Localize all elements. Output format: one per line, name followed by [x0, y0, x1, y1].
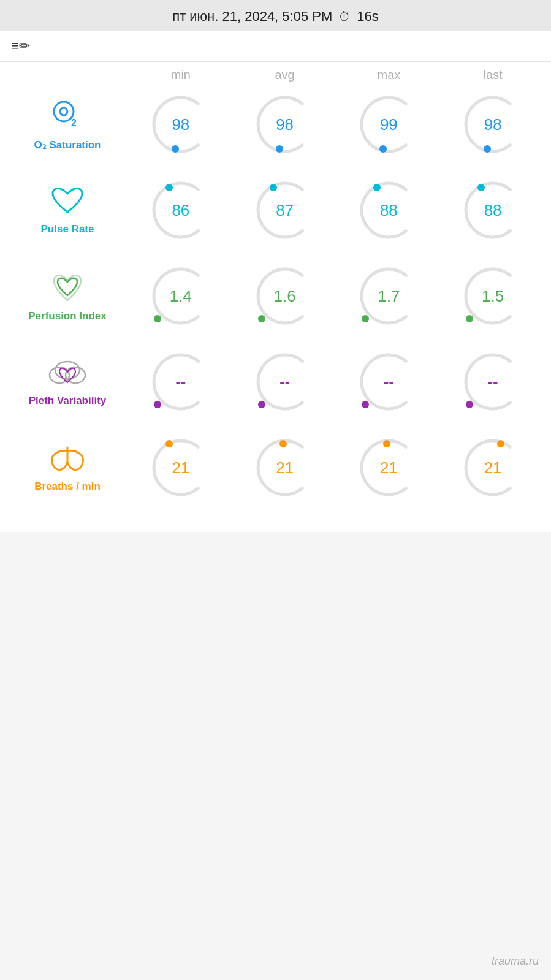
metric-label-pulse-rate: Pulse Rate [6, 185, 129, 235]
gauge-value-pleth-variability-2: -- [384, 373, 394, 392]
gauge-value-o2-saturation-2: 99 [380, 115, 398, 134]
metric-label-o2-saturation: 2 O₂ Saturation [6, 98, 129, 151]
gauge-circle-breaths-per-min-3: 21 [459, 434, 526, 501]
perfusion-index-label: Perfusion Index [28, 310, 107, 322]
gauge-circle-pleth-variability-1: -- [251, 348, 319, 416]
pulse-rate-icon [50, 185, 85, 219]
main-content: min avg max last 2 O₂ Saturation 98 [0, 62, 551, 532]
metric-label-breaths-per-min: Breaths / min [6, 443, 129, 493]
lungs-icon [47, 443, 88, 474]
gauge-dot-pleth-variability-0 [154, 401, 161, 408]
gauge-value-breaths-per-min-3: 21 [484, 458, 502, 477]
perfusion-index-icon [49, 270, 86, 306]
gauge-perfusion-index-min: 1.4 [129, 262, 233, 330]
gauge-pleth-variability-last: -- [441, 348, 545, 416]
column-headers: min avg max last [6, 68, 545, 85]
gauge-circle-pleth-variability-0: -- [147, 348, 215, 416]
gauge-circle-o2-saturation-0: 98 [147, 91, 215, 158]
metrics-container: 2 O₂ Saturation 98 98 [6, 85, 545, 507]
gauge-value-perfusion-index-0: 1.4 [170, 287, 192, 306]
metric-row-breaths-per-min: Breaths / min 21 21 [6, 428, 545, 507]
gauge-value-o2-saturation-0: 98 [172, 115, 189, 134]
gauge-value-pulse-rate-1: 87 [276, 201, 294, 220]
svg-text:2: 2 [71, 118, 77, 128]
gauge-o2-saturation-avg: 98 [233, 91, 337, 158]
gauge-dot-pleth-variability-1 [258, 401, 265, 408]
gauge-circle-pulse-rate-0: 86 [147, 177, 215, 244]
gauge-dot-breaths-per-min-1 [279, 440, 287, 447]
edit-icon[interactable]: ≡✏ [11, 38, 30, 53]
pleth-variability-label: Pleth Variability [29, 395, 107, 407]
col-header-avg: avg [233, 68, 337, 82]
gauge-value-breaths-per-min-0: 21 [172, 458, 189, 477]
gauge-value-pleth-variability-3: -- [487, 373, 498, 392]
gauge-circle-pulse-rate-3: 88 [459, 177, 526, 244]
pleth-variability-icon [46, 357, 89, 391]
col-header-max: max [337, 68, 441, 82]
gauge-pulse-rate-last: 88 [441, 177, 545, 244]
gauge-value-pulse-rate-3: 88 [484, 201, 502, 220]
gauge-circle-pleth-variability-3: -- [459, 348, 526, 416]
gauge-dot-perfusion-index-1 [258, 315, 265, 322]
gauge-circle-perfusion-index-2: 1.7 [355, 262, 422, 330]
gauge-circle-o2-saturation-3: 98 [459, 91, 526, 158]
gauge-pulse-rate-avg: 87 [233, 177, 337, 244]
gauge-dot-breaths-per-min-0 [165, 440, 173, 447]
gauge-breaths-per-min-avg: 21 [233, 434, 337, 501]
header-duration: 16s [357, 9, 378, 25]
gauge-circle-perfusion-index-3: 1.5 [459, 262, 526, 330]
gauge-perfusion-index-max: 1.7 [337, 262, 441, 330]
header-datetime: пт июн. 21, 2024, 5:05 PM [172, 9, 332, 25]
gauge-value-perfusion-index-2: 1.7 [378, 287, 400, 306]
gauge-circle-perfusion-index-0: 1.4 [147, 262, 215, 330]
gauge-circle-pulse-rate-1: 87 [251, 177, 319, 244]
gauge-dot-pulse-rate-0 [165, 184, 173, 191]
gauge-value-perfusion-index-3: 1.5 [482, 287, 504, 306]
gauge-perfusion-index-avg: 1.6 [233, 262, 337, 330]
gauge-dot-o2-saturation-0 [172, 145, 179, 153]
header: пт июн. 21, 2024, 5:05 PM ⏱ 16s [0, 0, 551, 31]
metric-row-pleth-variability: Pleth Variability -- -- [6, 342, 545, 422]
breaths-per-min-icon [47, 443, 88, 477]
breaths-per-min-label: Breaths / min [34, 481, 101, 493]
gauge-dot-perfusion-index-0 [154, 315, 161, 322]
gauge-value-pulse-rate-2: 88 [380, 201, 398, 220]
gauge-pleth-variability-avg: -- [233, 348, 337, 416]
o2-saturation-label: O₂ Saturation [34, 139, 101, 151]
gauge-value-perfusion-index-1: 1.6 [274, 287, 296, 306]
o2-saturation-icon: 2 [50, 98, 85, 135]
gauge-o2-saturation-last: 98 [441, 91, 545, 158]
gauge-perfusion-index-last: 1.5 [441, 262, 545, 330]
gauge-breaths-per-min-max: 21 [337, 434, 441, 501]
gauge-value-breaths-per-min-1: 21 [276, 458, 294, 477]
gauge-pulse-rate-max: 88 [337, 177, 441, 244]
gauge-circle-pulse-rate-2: 88 [355, 177, 422, 244]
gauge-circle-breaths-per-min-0: 21 [147, 434, 215, 501]
pulse-rate-label: Pulse Rate [41, 223, 94, 235]
toolbar: ≡✏ [0, 31, 551, 62]
metric-row-perfusion-index: Perfusion Index 1.4 1.6 [6, 256, 545, 336]
gauge-value-o2-saturation-3: 98 [484, 115, 502, 134]
metric-row-o2-saturation: 2 O₂ Saturation 98 98 [6, 85, 545, 164]
gauge-pulse-rate-min: 86 [129, 177, 233, 244]
heart-icon [50, 185, 85, 217]
gauge-breaths-per-min-min: 21 [129, 434, 233, 501]
gauge-value-pleth-variability-1: -- [279, 373, 290, 392]
gauge-circle-breaths-per-min-2: 21 [355, 434, 422, 501]
cloud-heart-icon [46, 357, 89, 389]
metric-row-pulse-rate: Pulse Rate 86 87 [6, 170, 545, 250]
gauge-value-pleth-variability-0: -- [175, 373, 186, 392]
gauge-o2-saturation-max: 99 [337, 91, 441, 158]
gauge-circle-breaths-per-min-1: 21 [251, 434, 319, 501]
gauge-circle-o2-saturation-1: 98 [251, 91, 319, 158]
gauge-dot-o2-saturation-1 [276, 145, 283, 153]
gauge-breaths-per-min-last: 21 [441, 434, 545, 501]
col-header-min: min [129, 68, 233, 82]
gauge-value-breaths-per-min-2: 21 [380, 458, 398, 477]
gauge-circle-o2-saturation-2: 99 [355, 91, 422, 158]
gauge-value-pulse-rate-0: 86 [172, 201, 189, 220]
o2-icon: 2 [50, 98, 85, 132]
col-header-last: last [441, 68, 545, 82]
gauge-circle-perfusion-index-1: 1.6 [251, 262, 319, 330]
gauge-o2-saturation-min: 98 [129, 91, 233, 158]
